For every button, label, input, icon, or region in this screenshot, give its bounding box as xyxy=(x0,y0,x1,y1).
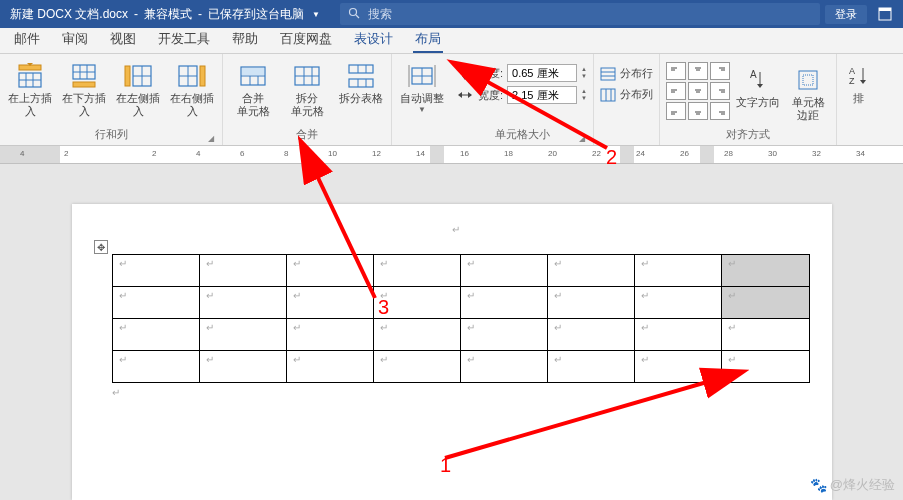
table-cell[interactable]: ↵ xyxy=(286,351,373,383)
text-direction-button[interactable]: A 文字方向 xyxy=(736,62,780,109)
table-cell[interactable]: ↵ xyxy=(461,319,548,351)
table-cell[interactable]: ↵ xyxy=(373,351,460,383)
text-direction-icon: A xyxy=(742,66,774,94)
annotation-2: 2 xyxy=(606,146,617,169)
width-spinner[interactable]: ▲▼ xyxy=(581,88,587,102)
distribute-rows-button[interactable]: 分布行 xyxy=(600,66,653,81)
align-mid-right[interactable] xyxy=(710,82,730,100)
autofit-button[interactable]: 自动调整 ▼ xyxy=(398,58,446,114)
align-top-left[interactable] xyxy=(666,62,686,80)
table-cell-selected[interactable]: ↵ xyxy=(722,255,809,287)
split-table-button[interactable]: 拆分表格 xyxy=(337,58,385,105)
height-input[interactable] xyxy=(507,64,577,82)
table-cell[interactable]: ↵ xyxy=(286,319,373,351)
align-top-right[interactable] xyxy=(710,62,730,80)
table-cell[interactable]: ↵ xyxy=(548,351,635,383)
insert-right-button[interactable]: 在右侧插入 xyxy=(168,58,216,118)
table-cell[interactable]: ↵ xyxy=(199,287,286,319)
document-table[interactable]: ↵↵↵↵↵↵↵↵ ↵↵↵↵↵↵↵↵ ↵↵↵↵↵↵↵↵ ↵↵↵↵↵↵↵↵ xyxy=(112,254,810,383)
align-top-center[interactable] xyxy=(688,62,708,80)
align-bot-left[interactable] xyxy=(666,102,686,120)
annotation-1: 1 xyxy=(440,454,451,477)
horizontal-ruler[interactable]: 42246810121416182022242628303234 xyxy=(0,146,903,164)
align-bot-right[interactable] xyxy=(710,102,730,120)
svg-marker-44 xyxy=(462,66,468,70)
table-cell[interactable]: ↵ xyxy=(112,351,199,383)
table-cell[interactable]: ↵ xyxy=(635,319,722,351)
width-input[interactable] xyxy=(507,86,577,104)
table-cell[interactable]: ↵ xyxy=(286,287,373,319)
table-cell[interactable]: ↵ xyxy=(548,287,635,319)
table-row: ↵↵↵↵↵↵↵↵ xyxy=(112,255,809,287)
tab-review[interactable]: 审阅 xyxy=(60,26,90,53)
distribute-cols-icon xyxy=(600,88,616,102)
table-cell[interactable]: ↵ xyxy=(286,255,373,287)
table-cell[interactable]: ↵ xyxy=(112,287,199,319)
title-bar: 新建 DOCX 文档.docx - 兼容模式 - 已保存到这台电脑 ▼ 登录 xyxy=(0,0,903,28)
tab-baidu[interactable]: 百度网盘 xyxy=(278,26,334,53)
table-cell[interactable]: ↵ xyxy=(112,255,199,287)
group-rows-cols-label: 行和列 xyxy=(95,128,128,140)
table-cell-selected[interactable]: ↵ xyxy=(722,287,809,319)
login-button[interactable]: 登录 xyxy=(825,5,867,24)
table-move-handle[interactable]: ✥ xyxy=(94,240,108,254)
align-mid-left[interactable] xyxy=(666,82,686,100)
split-table-icon xyxy=(345,62,377,90)
height-spinner[interactable]: ▲▼ xyxy=(581,66,587,80)
split-cells-icon xyxy=(291,62,323,90)
autofit-icon xyxy=(406,62,438,90)
insert-below-button[interactable]: 在下方插入 xyxy=(60,58,108,118)
svg-marker-81 xyxy=(860,80,866,84)
search-icon xyxy=(348,7,360,22)
merge-cells-button[interactable]: 合并 单元格 xyxy=(229,58,277,118)
insert-above-button[interactable]: 在上方插入 xyxy=(6,58,54,118)
svg-rect-52 xyxy=(601,89,615,101)
insert-left-button[interactable]: 在左侧插入 xyxy=(114,58,162,118)
table-cell[interactable]: ↵ xyxy=(635,351,722,383)
table-cell[interactable]: ↵ xyxy=(461,351,548,383)
cell-margins-icon xyxy=(792,66,824,94)
tab-view[interactable]: 视图 xyxy=(108,26,138,53)
table-cell[interactable]: ↵ xyxy=(722,351,809,383)
sort-label: 排 xyxy=(853,92,864,105)
ribbon-tabs: 邮件 审阅 视图 开发工具 帮助 百度网盘 表设计 布局 xyxy=(0,28,903,54)
ribbon-display-icon[interactable] xyxy=(875,4,895,24)
svg-text:A: A xyxy=(849,66,855,76)
tab-devtools[interactable]: 开发工具 xyxy=(156,26,212,53)
table-cell[interactable]: ↵ xyxy=(199,255,286,287)
cell-size-launcher-icon[interactable]: ◢ xyxy=(579,134,585,143)
align-bot-center[interactable] xyxy=(688,102,708,120)
tab-help[interactable]: 帮助 xyxy=(230,26,260,53)
search-box[interactable] xyxy=(340,3,820,25)
align-mid-center[interactable] xyxy=(688,82,708,100)
tab-table-design[interactable]: 表设计 xyxy=(352,26,395,53)
distribute-cols-button[interactable]: 分布列 xyxy=(600,87,653,102)
distribute-rows-label: 分布行 xyxy=(620,66,653,81)
cell-margins-button[interactable]: 单元格 边距 xyxy=(786,62,830,122)
table-cell[interactable]: ↵ xyxy=(722,319,809,351)
table-cell[interactable]: ↵ xyxy=(635,255,722,287)
tab-layout[interactable]: 布局 xyxy=(413,26,443,53)
svg-marker-48 xyxy=(468,92,472,98)
group-merge-label: 合并 xyxy=(296,128,318,140)
table-cell[interactable]: ↵ xyxy=(373,255,460,287)
svg-rect-18 xyxy=(125,66,130,86)
cell-margins-label: 单元格 边距 xyxy=(792,96,825,122)
autofit-label: 自动调整 xyxy=(400,92,444,105)
table-cell[interactable]: ↵ xyxy=(548,255,635,287)
sort-button[interactable]: AZ 排 xyxy=(843,58,873,105)
table-cell[interactable]: ↵ xyxy=(112,319,199,351)
table-cell[interactable]: ↵ xyxy=(373,319,460,351)
title-dropdown-icon[interactable]: ▼ xyxy=(312,10,320,19)
table-cell[interactable]: ↵ xyxy=(548,319,635,351)
table-cell[interactable]: ↵ xyxy=(461,255,548,287)
search-input[interactable] xyxy=(368,7,812,21)
table-cell[interactable]: ↵ xyxy=(635,287,722,319)
split-cells-button[interactable]: 拆分 单元格 xyxy=(283,58,331,118)
page: ✥ ↵ ↵↵↵↵↵↵↵↵ ↵↵↵↵↵↵↵↵ ↵↵↵↵↵↵↵↵ ↵↵↵↵↵↵↵↵ … xyxy=(72,204,832,500)
rows-cols-launcher-icon[interactable]: ◢ xyxy=(208,134,214,143)
table-cell[interactable]: ↵ xyxy=(461,287,548,319)
table-cell[interactable]: ↵ xyxy=(199,351,286,383)
table-cell[interactable]: ↵ xyxy=(199,319,286,351)
tab-mail[interactable]: 邮件 xyxy=(12,26,42,53)
